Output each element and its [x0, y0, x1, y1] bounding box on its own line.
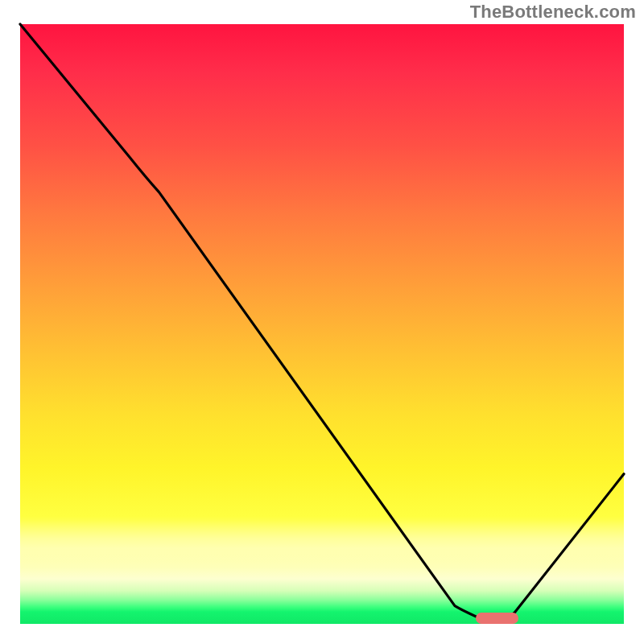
- chart-container: TheBottleneck.com: [0, 0, 644, 644]
- attribution-label: TheBottleneck.com: [470, 2, 636, 23]
- plot-area: [20, 24, 624, 624]
- bottleneck-curve: [20, 24, 624, 624]
